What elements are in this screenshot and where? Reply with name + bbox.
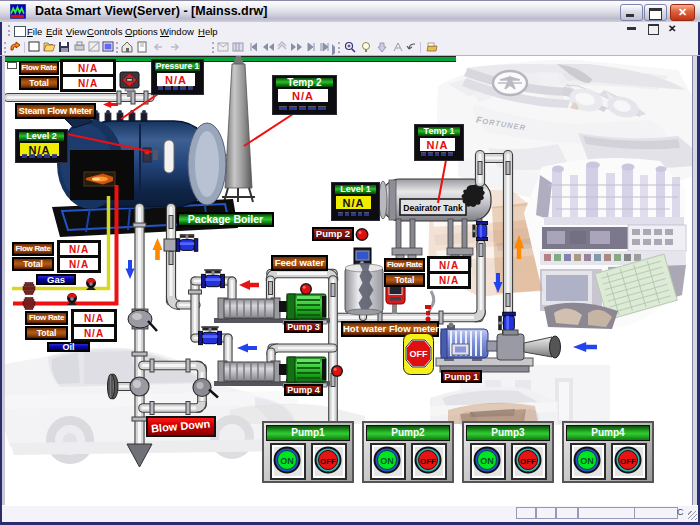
svg-text:OFF: OFF [620,457,636,466]
svg-text:OFF: OFF [410,349,428,359]
svg-text:ON: ON [280,456,294,466]
svg-text:OFF: OFF [320,457,336,466]
svg-text:Deairator Tank: Deairator Tank [403,203,463,213]
svg-text:OFF: OFF [420,457,436,466]
svg-text:ON: ON [380,456,394,466]
svg-text:ON: ON [580,456,594,466]
svg-text:OFF: OFF [520,457,536,466]
svg-text:ON: ON [480,456,494,466]
